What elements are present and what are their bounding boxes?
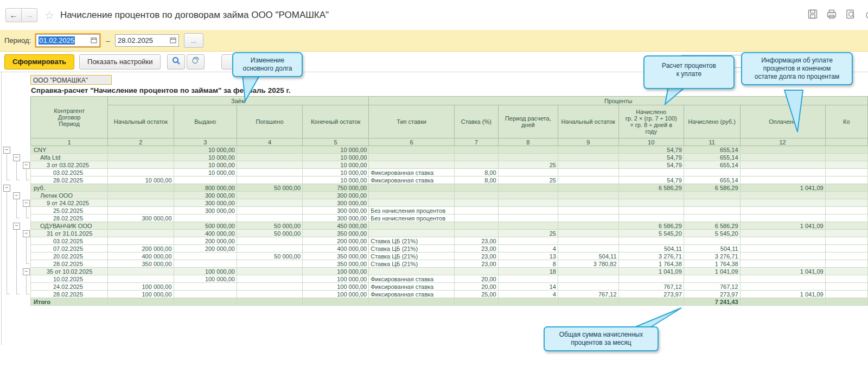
table-cell[interactable]: 4 <box>498 245 558 253</box>
column-header[interactable]: Погашено <box>237 105 302 138</box>
table-cell[interactable] <box>237 237 302 245</box>
table-cell[interactable]: 54,79 <box>618 176 684 184</box>
favorite-star-icon[interactable]: ☆ <box>44 9 54 22</box>
table-cell[interactable]: 10 000,00 <box>174 154 237 161</box>
table-cell[interactable] <box>498 199 558 207</box>
table-cell[interactable] <box>618 192 684 199</box>
table-cell[interactable] <box>454 268 498 275</box>
collapse-toggle[interactable]: − <box>13 192 20 199</box>
table-row[interactable]: 3 от 03.02.202510 000,0010 000,002554,79… <box>31 161 868 169</box>
table-cell[interactable] <box>237 207 302 214</box>
table-cell[interactable]: 100 000,00 <box>303 268 369 275</box>
row-label[interactable]: 03.02.2025 <box>31 169 108 176</box>
table-row[interactable]: CNY10 000,0010 000,0054,79655,14 <box>31 146 868 154</box>
collapse-toggle[interactable]: − <box>13 154 20 161</box>
table-row[interactable]: Итого7 241,43 <box>31 298 868 306</box>
table-cell[interactable]: 100 000,00 <box>303 275 369 283</box>
table-cell[interactable]: 504,11 <box>558 253 618 260</box>
table-cell[interactable] <box>558 146 618 154</box>
forward-button[interactable]: → <box>22 8 37 22</box>
table-cell[interactable] <box>237 214 302 222</box>
row-label[interactable]: 24.02.2025 <box>31 283 108 291</box>
table-cell[interactable] <box>825 214 867 222</box>
table-row[interactable]: 28.02.202510 000,0010 000,00Фиксированна… <box>31 176 868 184</box>
table-cell[interactable] <box>740 214 825 222</box>
collapse-toggle[interactable]: − <box>3 147 10 154</box>
table-row[interactable]: 35 от 10.02.2025100 000,00100 000,00181 … <box>31 268 868 275</box>
table-cell[interactable] <box>237 275 302 283</box>
table-cell[interactable] <box>558 298 618 306</box>
table-row[interactable]: 25.02.2025300 000,00300 000,00Без начисл… <box>31 207 868 214</box>
table-cell[interactable]: 10 000,00 <box>303 176 369 184</box>
group-header-loan[interactable]: Заём <box>108 97 369 105</box>
table-cell[interactable] <box>237 161 302 169</box>
table-cell[interactable]: Ставка ЦБ (21%) <box>369 245 455 253</box>
table-cell[interactable]: Фиксированная ставка <box>369 176 455 184</box>
table-cell[interactable]: 23,00 <box>454 260 498 268</box>
table-cell[interactable] <box>740 161 825 169</box>
table-cell[interactable]: 200 000,00 <box>174 237 237 245</box>
table-cell[interactable]: 7 241,43 <box>684 298 740 306</box>
table-cell[interactable] <box>825 275 867 283</box>
table-cell[interactable]: Ставка ЦБ (21%) <box>369 237 455 245</box>
table-cell[interactable]: 13 <box>498 253 558 260</box>
table-cell[interactable]: 54,79 <box>618 161 684 169</box>
search-button[interactable] <box>167 54 185 70</box>
row-label[interactable]: 10.02.2025 <box>31 275 108 283</box>
show-settings-button[interactable]: Показать настройки <box>79 54 161 70</box>
table-cell[interactable] <box>237 199 302 207</box>
table-cell[interactable]: 300 000,00 <box>303 192 369 199</box>
table-cell[interactable]: 273,97 <box>618 291 684 298</box>
table-cell[interactable] <box>740 298 825 306</box>
table-cell[interactable] <box>369 298 455 306</box>
table-row[interactable]: 28.02.2025300 000,00300 000,00Без начисл… <box>31 214 868 222</box>
table-cell[interactable]: Фиксированная ставка <box>369 291 455 298</box>
table-cell[interactable] <box>174 214 237 222</box>
org-cell[interactable]: ООО "РОМАШКА" <box>30 75 112 85</box>
column-header[interactable]: Период расчета, дней <box>498 105 558 138</box>
table-cell[interactable]: 450 000,00 <box>303 222 369 230</box>
table-cell[interactable]: 14 <box>498 283 558 291</box>
table-cell[interactable] <box>237 245 302 253</box>
collapse-toggle[interactable]: − <box>23 200 30 207</box>
table-cell[interactable] <box>558 154 618 161</box>
table-cell[interactable] <box>740 260 825 268</box>
table-cell[interactable] <box>618 237 684 245</box>
table-cell[interactable]: 300 000,00 <box>174 192 237 199</box>
table-cell[interactable] <box>108 222 174 230</box>
search-next-button[interactable] <box>187 54 205 70</box>
table-cell[interactable]: 23,00 <box>454 237 498 245</box>
table-cell[interactable] <box>237 192 302 199</box>
table-cell[interactable] <box>108 154 174 161</box>
table-cell[interactable] <box>369 161 455 169</box>
table-cell[interactable]: 25 <box>498 176 558 184</box>
table-cell[interactable] <box>237 260 302 268</box>
table-cell[interactable]: 273,97 <box>684 291 740 298</box>
table-cell[interactable]: 200 000,00 <box>108 245 174 253</box>
table-cell[interactable] <box>108 230 174 237</box>
table-cell[interactable]: Фиксированная ставка <box>369 169 455 176</box>
row-label[interactable]: 28.02.2025 <box>31 260 108 268</box>
table-cell[interactable] <box>498 146 558 154</box>
table-cell[interactable] <box>174 298 237 306</box>
table-cell[interactable]: 20,00 <box>454 275 498 283</box>
table-cell[interactable]: 300 000,00 <box>303 214 369 222</box>
table-cell[interactable] <box>740 146 825 154</box>
table-cell[interactable]: 10 000,00 <box>108 176 174 184</box>
table-cell[interactable] <box>558 230 618 237</box>
table-cell[interactable] <box>684 214 740 222</box>
table-cell[interactable] <box>237 154 302 161</box>
table-row[interactable]: 28.02.2025100 000,00100 000,00Фиксирован… <box>31 291 868 298</box>
table-cell[interactable] <box>237 169 302 176</box>
table-cell[interactable] <box>108 192 174 199</box>
table-cell[interactable]: 50 000,00 <box>237 184 302 192</box>
table-cell[interactable]: 655,14 <box>684 146 740 154</box>
table-cell[interactable] <box>174 260 237 268</box>
table-cell[interactable] <box>740 237 825 245</box>
row-label[interactable]: 07.02.2025 <box>31 245 108 253</box>
table-cell[interactable]: 1 041,09 <box>740 222 825 230</box>
table-cell[interactable]: 50 000,00 <box>237 222 302 230</box>
table-row[interactable]: Лютик ООО300 000,00300 000,00 <box>31 192 868 199</box>
table-cell[interactable] <box>369 199 455 207</box>
table-cell[interactable] <box>303 298 369 306</box>
